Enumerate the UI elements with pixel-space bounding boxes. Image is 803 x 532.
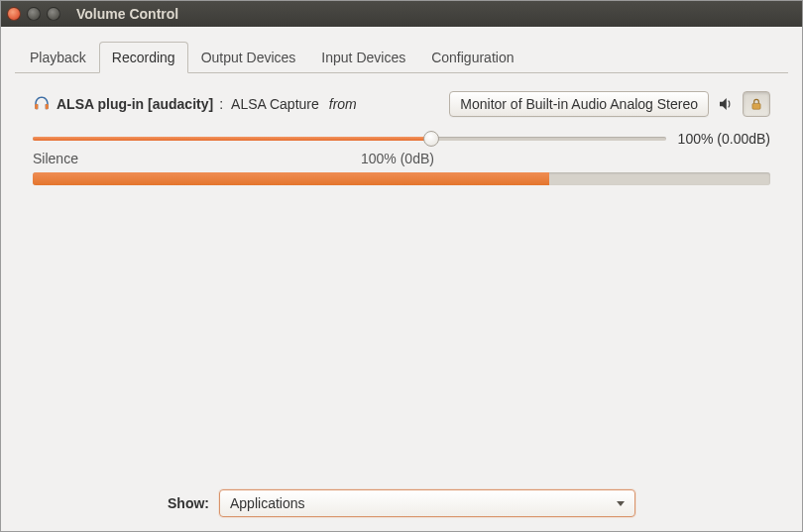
tabs: Playback Recording Output Devices Input … bbox=[15, 41, 788, 73]
slider-labels: Silence 100% (0dB) bbox=[33, 151, 770, 166]
level-meter-fill bbox=[33, 172, 549, 185]
headphones-icon bbox=[33, 95, 51, 113]
recording-panel: ALSA plug-in [audacity] : ALSA Capture f… bbox=[15, 73, 788, 476]
chevron-down-icon bbox=[617, 501, 625, 506]
tab-configuration[interactable]: Configuration bbox=[418, 42, 526, 73]
tab-playback[interactable]: Playback bbox=[17, 42, 99, 73]
stream-name: ALSA Capture bbox=[231, 96, 319, 112]
tab-output-devices[interactable]: Output Devices bbox=[188, 42, 309, 73]
footer-row: Show: Applications bbox=[15, 476, 788, 519]
stream-app-name: ALSA plug-in [audacity] bbox=[57, 96, 213, 112]
volume-readout: 100% (0.00dB) bbox=[678, 131, 770, 147]
tab-input-devices[interactable]: Input Devices bbox=[308, 42, 418, 73]
lock-channels-button[interactable] bbox=[743, 91, 770, 117]
show-select-value: Applications bbox=[230, 495, 305, 511]
device-select-value: Monitor of Built-in Audio Analog Stereo bbox=[460, 96, 698, 112]
from-label: from bbox=[329, 96, 357, 112]
volume-slider-row: 100% (0.00dB) bbox=[33, 131, 770, 147]
close-icon[interactable] bbox=[7, 7, 21, 21]
maximize-icon[interactable] bbox=[47, 7, 60, 21]
show-label: Show: bbox=[168, 495, 209, 511]
label-silence: Silence bbox=[33, 151, 78, 166]
slider-track-fill bbox=[33, 137, 431, 141]
lock-icon bbox=[749, 97, 763, 111]
slider-thumb[interactable] bbox=[423, 131, 439, 147]
minimize-icon[interactable] bbox=[27, 7, 41, 21]
colon: : bbox=[219, 96, 223, 112]
window-title: Volume Control bbox=[76, 6, 178, 22]
tab-recording[interactable]: Recording bbox=[99, 42, 188, 73]
content: Playback Recording Output Devices Input … bbox=[1, 27, 802, 531]
svg-rect-2 bbox=[752, 103, 760, 109]
mute-button[interactable] bbox=[715, 92, 737, 116]
svg-rect-0 bbox=[35, 104, 38, 109]
svg-rect-1 bbox=[46, 104, 49, 109]
label-100pct: 100% (0dB) bbox=[96, 151, 699, 166]
speaker-icon bbox=[717, 95, 735, 113]
level-meter bbox=[33, 172, 770, 185]
titlebar: Volume Control bbox=[1, 1, 802, 27]
show-select[interactable]: Applications bbox=[219, 489, 635, 517]
volume-slider[interactable] bbox=[33, 131, 666, 147]
stream-header: ALSA plug-in [audacity] : ALSA Capture f… bbox=[33, 91, 770, 117]
device-select[interactable]: Monitor of Built-in Audio Analog Stereo bbox=[449, 91, 709, 117]
